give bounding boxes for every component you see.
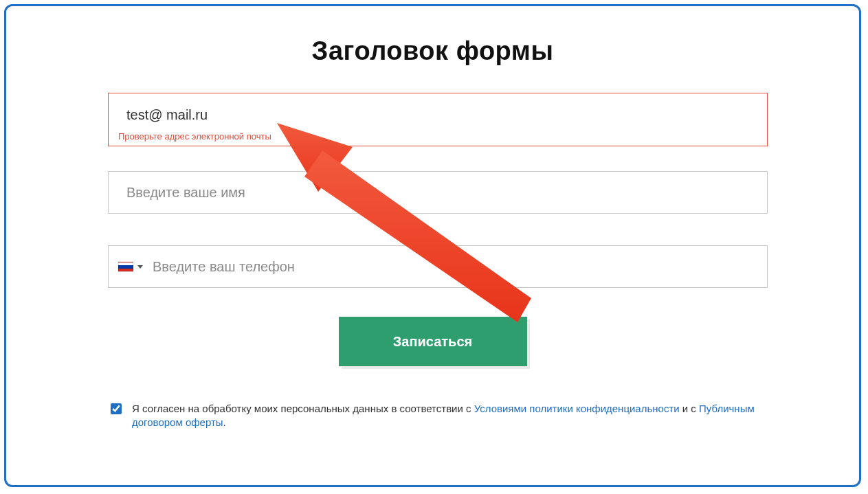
consent-row: Я согласен на обработку моих персональны… <box>108 402 763 430</box>
form-title: Заголовок формы <box>6 36 859 66</box>
chevron-down-icon <box>137 265 143 269</box>
submit-button[interactable]: Записаться <box>339 317 527 366</box>
annotation-arrow-icon <box>277 123 552 336</box>
flag-ru-icon <box>118 262 133 272</box>
email-input-wrap <box>109 93 767 129</box>
email-error-text: Проверьте адрес электронной почты <box>118 131 271 142</box>
consent-mid: и с <box>680 403 699 414</box>
consent-prefix: Я согласен на обработку моих персональны… <box>132 403 474 414</box>
email-field[interactable]: Проверьте адрес электронной почты <box>108 93 768 146</box>
phone-input[interactable] <box>143 246 767 287</box>
form-frame: Заголовок формы Проверьте адрес электрон… <box>4 4 861 487</box>
country-selector[interactable] <box>109 246 143 287</box>
name-input[interactable] <box>109 172 767 213</box>
phone-field[interactable] <box>108 245 768 288</box>
consent-suffix: . <box>223 416 226 428</box>
consent-checkbox[interactable] <box>111 403 122 414</box>
name-field[interactable] <box>108 171 768 214</box>
email-input[interactable] <box>109 93 767 129</box>
privacy-policy-link[interactable]: Условиями политики конфиденциальности <box>474 403 680 414</box>
consent-text: Я согласен на обработку моих персональны… <box>132 402 763 430</box>
